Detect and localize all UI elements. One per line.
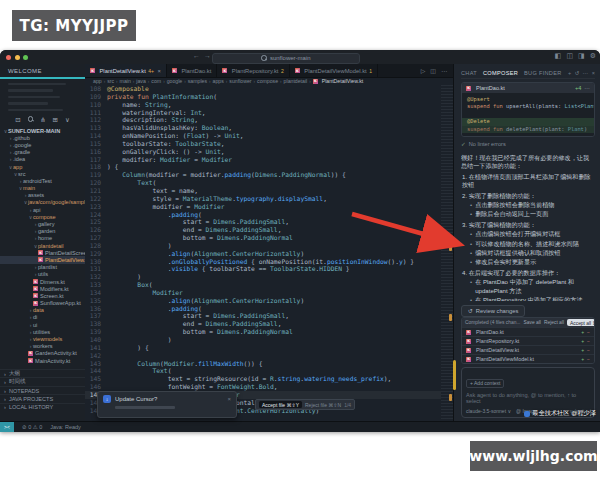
more-icon[interactable]: ⋯ [441, 67, 447, 74]
line-number[interactable]: 116 [85, 148, 107, 156]
code-area[interactable]: 108@Composable109private fun PlantInform… [85, 85, 441, 422]
breadcrumb-segment[interactable]: apps [213, 78, 224, 84]
changed-file-row[interactable]: KPlantDetailViewModel.kt+− [462, 354, 594, 363]
breadcrumb[interactable]: app›src›main›java›com›google›samples›app… [85, 77, 461, 85]
remote-indicator-icon[interactable]: >< [0, 422, 14, 432]
forward-icon[interactable]: → [204, 52, 211, 59]
line-number[interactable]: 129 [85, 250, 107, 258]
split-icon[interactable]: ◫ [430, 67, 436, 74]
tree-item[interactable]: ∨java/com/google/samples/apps/sunflower [0, 199, 85, 206]
tree-item[interactable]: KPlantDetailScreen.kt [0, 249, 85, 256]
line-number[interactable]: 128 [85, 242, 107, 250]
panel-split-icon[interactable]: ◫ [566, 52, 573, 60]
tree-item[interactable]: ›utils [0, 271, 85, 278]
line-number[interactable]: 137 [85, 312, 107, 320]
package-icon[interactable]: ⊞ [53, 116, 58, 124]
line-number[interactable]: 143 [85, 360, 107, 368]
line-number[interactable]: 140 [85, 336, 107, 344]
line-number[interactable]: 134 [85, 289, 107, 297]
line-number[interactable]: 111 [85, 109, 107, 117]
tree-item[interactable]: KModifiers.kt [0, 285, 85, 292]
tree-item[interactable]: ›.github [0, 134, 85, 141]
line-number[interactable]: 131 [85, 265, 107, 273]
sidebar-section-local-history[interactable]: ›LOCAL HISTORY [0, 403, 85, 411]
line-number[interactable]: 144 [85, 367, 107, 375]
model-selector[interactable]: claude-3.5-sonnet ∨ [466, 408, 511, 414]
panel-left-icon[interactable]: ◧ [555, 52, 562, 60]
panel-tab-bug-finder[interactable]: BUG FINDER [524, 70, 562, 76]
welcome-header[interactable]: WELCOME [0, 64, 85, 76]
tree-item[interactable]: KGardenActivity.kt [0, 350, 85, 357]
tree-item[interactable]: ›api [0, 206, 85, 213]
sidebar-section-时间线[interactable]: ›时间线 [0, 377, 85, 385]
panel-tab-chat[interactable]: CHAT [461, 70, 477, 76]
tree-item[interactable]: ∨SUNFLOWER-MAIN [0, 127, 85, 134]
line-number[interactable]: 136 [85, 305, 107, 313]
tree-item[interactable]: ›workers [0, 343, 85, 350]
back-icon[interactable]: ← [193, 52, 200, 59]
close-window-icon[interactable] [6, 55, 11, 60]
search-icon[interactable] [28, 116, 34, 122]
tree-item[interactable]: ›assets [0, 192, 85, 199]
review-changes-button[interactable]: ↺ Review changes [461, 305, 525, 317]
copy-icon[interactable]: ⊡ [15, 116, 20, 124]
more-icon[interactable]: ⋯ [584, 85, 590, 91]
sidebar-section-notepads[interactable]: ›NOTEPADS [0, 386, 85, 394]
tree-item[interactable]: ∨main [0, 185, 85, 192]
line-number[interactable]: 118 [85, 163, 107, 171]
tree-item[interactable]: ›.idea [0, 156, 85, 163]
line-number[interactable]: 139 [85, 328, 107, 336]
close-icon[interactable]: × [227, 396, 231, 402]
panel-tab-composer[interactable]: COMPOSER [483, 70, 518, 76]
breadcrumb-segment[interactable]: KPlantDetailView.kt [313, 78, 363, 84]
tree-item[interactable]: ›di [0, 314, 85, 321]
update-toast[interactable]: ↓ Update Cursor? × [97, 391, 237, 418]
reject-file-button[interactable]: Reject file ⌘⇧N [305, 402, 341, 408]
line-number[interactable]: 121 [85, 187, 107, 195]
breadcrumb-segment[interactable]: app [93, 78, 102, 84]
tree-item[interactable]: ›data [0, 307, 85, 314]
line-number[interactable]: 119 [85, 171, 107, 179]
line-number[interactable]: 123 [85, 203, 107, 211]
accept-all-button[interactable]: Accept all ⌘↵ [567, 319, 595, 326]
close-icon[interactable]: × [158, 68, 161, 74]
close-icon[interactable]: × [592, 70, 595, 76]
line-number[interactable]: 141 [85, 344, 107, 352]
history-icon[interactable]: ↺ [575, 70, 580, 76]
tree-item[interactable]: ∨src [0, 170, 85, 177]
tree-item[interactable]: ›androidTest [0, 177, 85, 184]
line-number[interactable]: 120 [85, 179, 107, 187]
editor-tab[interactable]: KPlantRepository.kt2 [217, 64, 289, 77]
tree-item[interactable]: KSunflowerApp.kt [0, 300, 85, 307]
branch-icon[interactable]: ⋔ [40, 116, 45, 124]
diff-card[interactable]: K PlantDao.kt +4 ⋯ @Upsertsuspend fun up… [461, 82, 595, 137]
maximize-window-icon[interactable] [23, 55, 28, 60]
changed-file-row[interactable]: KPlantDetailView.kt+− [462, 345, 594, 354]
line-number[interactable]: 112 [85, 116, 107, 124]
java-status[interactable]: Java: Ready [50, 424, 81, 430]
line-number[interactable]: 146 [85, 383, 107, 391]
line-number[interactable]: 109 [85, 93, 107, 101]
chat-scrollbar[interactable] [453, 360, 456, 390]
line-number[interactable]: 114 [85, 132, 107, 140]
editor-tab[interactable]: KPlantDao.kt [167, 64, 217, 77]
line-number[interactable]: 122 [85, 195, 107, 203]
panel-right-icon[interactable]: ◨ [578, 52, 585, 60]
input-placeholder[interactable]: Ask agent to do anything, @ to mention, … [466, 392, 590, 404]
tree-item[interactable]: KMainActivity.kt [0, 357, 85, 364]
line-number[interactable]: 135 [85, 297, 107, 305]
tree-item[interactable]: ›viewmodels [0, 335, 85, 342]
gear-icon[interactable]: ⚙ [590, 52, 596, 60]
command-search[interactable]: sunflower-main [212, 53, 360, 64]
breadcrumb-segment[interactable]: samples [188, 78, 207, 84]
tree-item[interactable]: ›garden [0, 228, 85, 235]
run-icon[interactable]: ▷ [421, 67, 426, 74]
sidebar-section-大纲[interactable]: ›大纲 [0, 369, 85, 377]
tree-item[interactable]: ›plantlist [0, 264, 85, 271]
tree-item[interactable]: KScreen.kt [0, 292, 85, 299]
line-number[interactable]: 113 [85, 124, 107, 132]
editor-tab[interactable]: KPlantDetailViewModel.kt1 [290, 64, 378, 77]
tree-item[interactable]: ›home [0, 235, 85, 242]
line-number[interactable]: 110 [85, 101, 107, 109]
plus-icon[interactable]: + [568, 70, 571, 76]
